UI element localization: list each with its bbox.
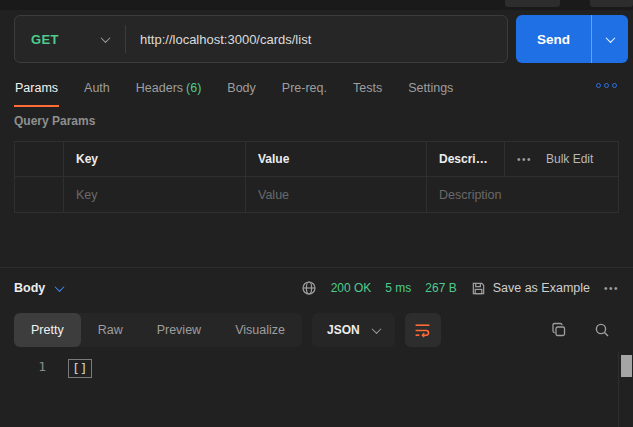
row-select-cell[interactable] — [15, 177, 64, 212]
headers-count-badge: (6) — [186, 81, 201, 95]
send-options-button[interactable] — [592, 15, 628, 63]
response-size[interactable]: 267 B — [425, 281, 456, 295]
scrollbar-track[interactable] — [618, 352, 633, 427]
wrap-text-icon — [414, 322, 431, 339]
chevron-down-icon — [605, 33, 615, 43]
view-raw[interactable]: Raw — [81, 313, 140, 347]
key-input[interactable] — [76, 188, 233, 202]
tab-body[interactable]: Body — [226, 68, 257, 107]
value-input[interactable] — [258, 188, 414, 202]
select-column-header — [15, 142, 64, 176]
view-visualize[interactable]: Visualize — [218, 313, 302, 347]
response-time[interactable]: 5 ms — [385, 281, 411, 295]
response-meta-row: Body 200 OK 5 ms 267 B Save as Example •… — [0, 268, 633, 308]
send-button-group: Send — [516, 15, 628, 63]
table-actions: ••• Bulk Edit — [505, 142, 618, 176]
window-fragment — [590, 0, 633, 7]
value-cell — [246, 177, 427, 212]
table-row — [15, 177, 618, 212]
network-globe-icon[interactable] — [301, 280, 317, 296]
save-as-example-button[interactable]: Save as Example — [471, 281, 590, 296]
response-body-dropdown[interactable]: Body — [14, 281, 63, 295]
query-params-title: Query Params — [14, 114, 619, 128]
key-cell — [64, 177, 246, 212]
tab-pre-request[interactable]: Pre-req. — [281, 68, 328, 107]
search-icon[interactable] — [594, 322, 610, 338]
more-tabs-icon[interactable] — [594, 68, 619, 103]
method-label: GET — [31, 32, 59, 47]
format-select[interactable]: JSON — [312, 313, 395, 347]
toolbar-right — [551, 322, 619, 338]
window-fragment — [505, 0, 560, 7]
tab-auth[interactable]: Auth — [83, 68, 111, 107]
scrollbar-thumb[interactable] — [621, 355, 632, 377]
response-section: Body 200 OK 5 ms 267 B Save as Example •… — [0, 267, 633, 427]
method-select[interactable]: GET — [15, 16, 125, 62]
description-cell — [427, 177, 618, 212]
chevron-down-icon — [371, 324, 381, 334]
chevron-down-icon — [55, 282, 65, 292]
url-box: GET — [14, 15, 508, 63]
wrap-text-button[interactable] — [405, 313, 441, 347]
tab-params[interactable]: Params — [14, 68, 59, 107]
chevron-down-icon — [101, 33, 111, 43]
query-params-table: Key Value Description ••• Bulk Edit — [14, 141, 619, 213]
response-options-icon[interactable]: ••• — [604, 283, 619, 294]
save-icon — [471, 281, 486, 296]
spacer — [0, 213, 633, 267]
url-input[interactable] — [126, 16, 507, 62]
description-column-header: Description — [427, 142, 505, 176]
request-bar: GET Send — [0, 10, 633, 68]
bulk-edit-button[interactable]: Bulk Edit — [546, 152, 593, 166]
code-line: 1 [] — [0, 352, 633, 378]
description-input[interactable] — [439, 188, 606, 202]
copy-icon[interactable] — [551, 322, 567, 338]
view-pretty[interactable]: Pretty — [14, 313, 81, 347]
status-badge[interactable]: 200 OK — [331, 281, 372, 295]
response-stats: 200 OK 5 ms 267 B Save as Example ••• — [301, 280, 619, 296]
key-column-header: Key — [64, 142, 246, 176]
line-number: 1 — [0, 359, 46, 374]
value-column-header: Value — [246, 142, 427, 176]
view-preview[interactable]: Preview — [140, 313, 218, 347]
response-body-viewer[interactable]: 1 [] — [0, 352, 633, 427]
view-switcher: Pretty Raw Preview Visualize — [14, 313, 302, 347]
response-toolbar: Pretty Raw Preview Visualize JSON — [0, 308, 633, 352]
column-options-icon[interactable]: ••• — [517, 154, 532, 165]
table-header-row: Key Value Description ••• Bulk Edit — [15, 142, 618, 177]
window-top-strip — [0, 0, 633, 10]
code-content: [] — [68, 359, 92, 378]
tab-headers[interactable]: Headers(6) — [135, 68, 203, 107]
tab-tests[interactable]: Tests — [352, 68, 383, 107]
request-tabs: Params Auth Headers(6) Body Pre-req. Tes… — [0, 68, 633, 108]
tab-settings[interactable]: Settings — [407, 68, 454, 107]
send-button[interactable]: Send — [516, 15, 591, 63]
